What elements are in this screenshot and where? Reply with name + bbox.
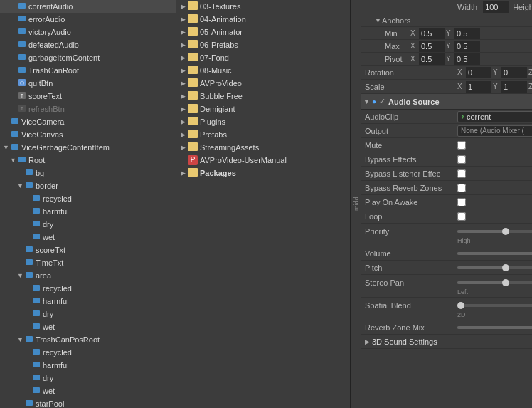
folder-item[interactable]: ▶Prefabs bbox=[176, 128, 350, 141]
tree-item[interactable]: TscoreText bbox=[0, 90, 176, 103]
tree-item[interactable]: wet bbox=[0, 231, 176, 244]
tree-item-label: recycled bbox=[43, 194, 72, 203]
reverb-track[interactable] bbox=[457, 326, 532, 329]
tree-item[interactable]: starPool bbox=[0, 397, 176, 408]
tree-item[interactable]: errorAudio bbox=[0, 13, 176, 26]
folder-item-label: 03-Textures bbox=[200, 2, 240, 11]
anchors-arrow[interactable]: ▼ bbox=[375, 17, 382, 24]
tree-item[interactable]: defeatedAudio bbox=[0, 38, 176, 51]
tree-item[interactable]: ▼border bbox=[0, 179, 176, 192]
tree-item[interactable]: correntAudio bbox=[0, 0, 176, 13]
tree-arrow: ▼ bbox=[3, 144, 10, 151]
folder-item[interactable]: ▶Plugins bbox=[176, 115, 350, 128]
priority-track[interactable] bbox=[457, 230, 532, 233]
folder-item[interactable]: ▶05-Animator bbox=[176, 26, 350, 38]
audioclip-field[interactable]: ♪ corrent bbox=[457, 111, 532, 122]
tree-item[interactable]: ▼ViceGarbageContentItem bbox=[0, 141, 176, 154]
width-input[interactable] bbox=[483, 1, 509, 13]
folder-item[interactable]: ▶08-Music bbox=[176, 64, 350, 77]
tree-item[interactable]: wet bbox=[0, 385, 176, 397]
tree-node-icon bbox=[17, 53, 27, 63]
folder-item-label: Packages bbox=[200, 169, 236, 177]
audio-enable-checkbox[interactable]: ● bbox=[372, 98, 376, 105]
tree-item[interactable]: recycled bbox=[0, 282, 176, 295]
sound-settings-arrow[interactable]: ▶ bbox=[365, 338, 372, 345]
folder-item[interactable]: ▶StreamingAssets bbox=[176, 141, 350, 154]
mute-checkbox[interactable] bbox=[457, 141, 466, 150]
sound-settings-header[interactable]: ▶ 3D Sound Settings bbox=[361, 335, 532, 349]
tree-item-label: ViceGarbageContentItem bbox=[21, 143, 110, 152]
tree-item[interactable]: ▼area bbox=[0, 269, 176, 282]
bypass-effects-checkbox[interactable] bbox=[457, 155, 466, 164]
tree-item[interactable]: victoryAudio bbox=[0, 26, 176, 38]
tree-item[interactable]: recycled bbox=[0, 346, 176, 359]
volume-track[interactable] bbox=[457, 252, 532, 255]
output-field[interactable]: None (Audio Mixer ( bbox=[457, 125, 532, 137]
tree-item[interactable]: dry bbox=[0, 218, 176, 231]
folder-item[interactable]: ▶03-Textures bbox=[176, 0, 350, 13]
priority-thumb[interactable] bbox=[502, 228, 509, 235]
max-y-input[interactable] bbox=[454, 41, 480, 52]
pivot-y-input[interactable] bbox=[454, 53, 480, 65]
rotation-row: Rotation X Y Z bbox=[361, 66, 532, 80]
reverb-fill bbox=[457, 326, 532, 329]
folder-item[interactable]: ▶04-Animation bbox=[176, 13, 350, 26]
play-on-awake-checkbox[interactable] bbox=[457, 198, 466, 206]
svg-rect-5 bbox=[18, 67, 26, 73]
pivot-y-label: Y bbox=[446, 55, 453, 63]
tree-item[interactable]: ▼Root bbox=[0, 154, 176, 167]
svg-rect-31 bbox=[33, 362, 40, 367]
bypass-effects-row: Bypass Effects bbox=[361, 152, 532, 167]
folder-item[interactable]: ▶AVProVideo bbox=[176, 77, 350, 90]
max-x-input[interactable] bbox=[419, 41, 445, 52]
pitch-thumb[interactable] bbox=[502, 264, 509, 271]
tree-item[interactable]: bg bbox=[0, 167, 176, 179]
tree-item[interactable]: garbageItemContent bbox=[0, 51, 176, 64]
stereopan-thumb[interactable] bbox=[502, 279, 509, 286]
spatialblend-thumb[interactable] bbox=[457, 302, 464, 309]
tree-item[interactable]: ▼TrashCanPosRoot bbox=[0, 333, 176, 346]
folder-item[interactable]: PAVProVideo-UserManual bbox=[176, 154, 350, 167]
output-label: Output bbox=[365, 127, 457, 135]
tree-item[interactable]: harmful bbox=[0, 295, 176, 308]
svg-rect-14 bbox=[11, 144, 18, 150]
scale-x-input[interactable] bbox=[466, 81, 491, 93]
tree-node-icon bbox=[24, 258, 34, 268]
tree-item[interactable]: recycled bbox=[0, 192, 176, 205]
tree-item[interactable]: harmful bbox=[0, 205, 176, 218]
rot-y-input[interactable] bbox=[501, 67, 527, 78]
svg-rect-33 bbox=[33, 387, 40, 393]
min-x-input[interactable] bbox=[419, 28, 445, 39]
tree-item-label: quitBtn bbox=[28, 79, 53, 88]
scale-label: Scale bbox=[365, 83, 457, 91]
folder-item[interactable]: ▶06-Prefabs bbox=[176, 38, 350, 51]
tree-item[interactable]: ViceCanvas bbox=[0, 128, 176, 141]
tree-item[interactable]: ViceCamera bbox=[0, 115, 176, 128]
spatialblend-track[interactable] bbox=[457, 304, 532, 307]
tree-item[interactable]: dry bbox=[0, 308, 176, 320]
loop-checkbox[interactable] bbox=[457, 212, 466, 221]
folder-item[interactable]: ▶07-Fond bbox=[176, 51, 350, 64]
tree-item[interactable]: wet bbox=[0, 320, 176, 333]
bypass-reverb-checkbox[interactable] bbox=[457, 184, 466, 192]
scale-y-input[interactable] bbox=[501, 81, 527, 93]
svg-rect-28 bbox=[33, 323, 40, 329]
tree-item[interactable]: TimeTxt bbox=[0, 256, 176, 269]
pitch-track[interactable] bbox=[457, 266, 532, 269]
tree-item[interactable]: harmful bbox=[0, 359, 176, 372]
tree-item[interactable]: scoreTxt bbox=[0, 244, 176, 256]
tree-node-icon bbox=[31, 322, 41, 332]
folder-item[interactable]: ▶Bubble Free bbox=[176, 90, 350, 103]
tree-item[interactable]: TrefreshBtn bbox=[0, 103, 176, 115]
min-y-input[interactable] bbox=[454, 28, 480, 39]
folder-item[interactable]: ▶Packages bbox=[176, 167, 350, 179]
folder-item[interactable]: ▶Demigiant bbox=[176, 103, 350, 115]
stereopan-track[interactable] bbox=[457, 281, 532, 284]
tree-item[interactable]: ⬡quitBtn bbox=[0, 77, 176, 90]
rot-x-input[interactable] bbox=[466, 67, 491, 78]
tree-item[interactable]: TrashCanRoot bbox=[0, 64, 176, 77]
bypass-listener-checkbox[interactable] bbox=[457, 169, 466, 178]
audio-collapse-arrow[interactable]: ▼ bbox=[363, 98, 372, 105]
pivot-x-input[interactable] bbox=[419, 53, 445, 65]
tree-item[interactable]: dry bbox=[0, 372, 176, 385]
